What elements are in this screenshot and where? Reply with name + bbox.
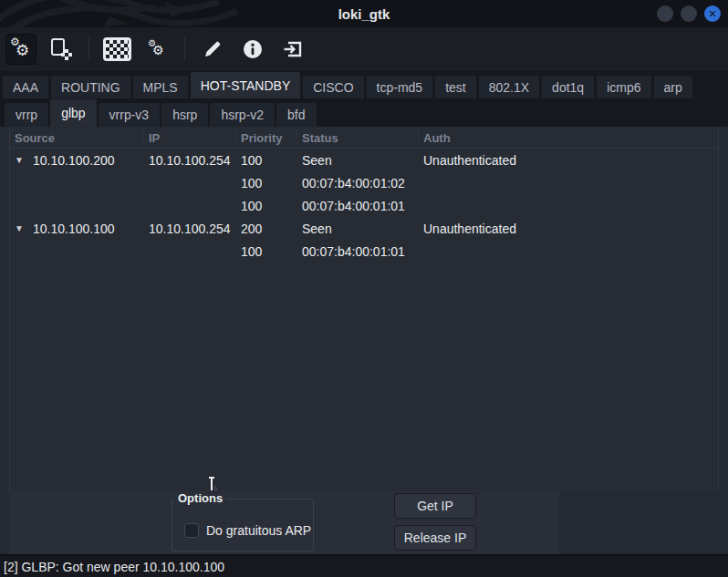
hot-standby-tabbar: vrrp glbp vrrp-v3 hsrp hsrp-v2 bfd [0, 98, 728, 127]
gears-icon: ⚙ ⚙ [9, 37, 33, 61]
column-header-auth[interactable]: Auth [419, 128, 718, 148]
tab-routing[interactable]: ROUTING [51, 76, 130, 98]
cell-ip [144, 194, 236, 217]
tab-tcp-md5[interactable]: tcp-md5 [367, 76, 433, 98]
cell-source: 10.10.100.200 [33, 153, 115, 168]
column-header-source[interactable]: Source [10, 128, 144, 148]
cell-ip [144, 240, 236, 263]
toolbar-separator [184, 37, 185, 61]
info-icon [242, 38, 264, 60]
cell-ip [144, 171, 236, 194]
tab-icmp6[interactable]: icmp6 [597, 76, 650, 98]
tab-dot1q[interactable]: dot1q [542, 76, 594, 98]
kali-dragon-decoration [0, 0, 292, 27]
cell-status: 00:07:b4:00:01:02 [297, 171, 419, 194]
table-row[interactable]: 100 00:07:b4:00:01:02 [10, 171, 718, 194]
tab-mpls[interactable]: MPLS [133, 76, 188, 98]
cell-auth [419, 171, 718, 194]
about-button[interactable] [237, 34, 268, 65]
cell-ip: 10.10.100.254 [144, 149, 236, 171]
exit-icon [282, 38, 304, 60]
gratuitous-arp-checkbox[interactable] [184, 523, 199, 538]
cell-status: Seen [297, 149, 419, 171]
tab-test[interactable]: test [435, 76, 476, 98]
glbp-page: Source IP Priority Status Auth ▼ 10.10.1… [0, 127, 728, 490]
protocol-tabbar: AAA ROUTING MPLS HOT-STANDBY CISCO tcp-m… [0, 71, 728, 98]
get-ip-button[interactable]: Get IP [394, 493, 476, 519]
cell-priority: 100 [236, 240, 297, 263]
statusbar: [2] GLBP: Got new peer 10.10.100.100 [0, 554, 728, 577]
cell-source: 10.10.100.100 [33, 222, 115, 236]
window-controls: ✕ [657, 0, 721, 27]
tab-bfd[interactable]: bfd [276, 103, 316, 127]
copy-button[interactable] [46, 34, 77, 65]
statusbar-message: [2] GLBP: Got new peer 10.10.100.100 [4, 560, 224, 574]
table-row[interactable]: ▼ 10.10.100.200 10.10.100.254 100 Seen U… [10, 149, 718, 171]
gratuitous-arp-label: Do gratuitous ARP [206, 523, 311, 538]
open-button[interactable] [101, 34, 132, 65]
quit-button[interactable] [277, 34, 308, 65]
tab-glbp[interactable]: glbp [50, 99, 96, 127]
tab-vrrp-v3[interactable]: vrrp-v3 [99, 103, 161, 127]
table-row[interactable]: 100 00:07:b4:00:01:01 [10, 240, 718, 263]
column-header-priority[interactable]: Priority [236, 128, 297, 148]
cell-auth [419, 194, 718, 217]
missing-copy-icon [50, 37, 72, 61]
tab-8021x[interactable]: 802.1X [479, 76, 539, 98]
minimize-button[interactable] [657, 5, 673, 22]
cell-auth: Unauthenticated [419, 217, 718, 240]
close-button[interactable]: ✕ [704, 5, 721, 22]
expander-icon[interactable]: ▼ [14, 223, 25, 233]
glbp-treeview[interactable]: Source IP Priority Status Auth ▼ 10.10.1… [9, 128, 719, 490]
maximize-button[interactable] [681, 5, 697, 22]
preferences-button[interactable]: ⚙ ⚙ [141, 34, 172, 65]
cell-ip: 10.10.100.254 [144, 217, 236, 240]
cell-priority: 100 [236, 194, 297, 217]
cell-priority: 100 [236, 171, 297, 194]
window-title: loki_gtk [338, 6, 390, 22]
release-ip-button[interactable]: Release IP [394, 525, 476, 551]
expander-icon[interactable]: ▼ [14, 155, 25, 165]
cell-auth [419, 240, 718, 263]
bottom-panel: Options Do gratuitous ARP Get IP Release… [0, 490, 728, 554]
pencil-icon [202, 38, 224, 60]
column-header-status[interactable]: Status [297, 128, 419, 148]
tab-arp[interactable]: arp [654, 76, 692, 98]
tab-aaa[interactable]: AAA [3, 76, 48, 98]
tab-hsrp[interactable]: hsrp [161, 103, 208, 127]
cell-status: 00:07:b4:00:01:01 [297, 194, 419, 217]
gratuitous-arp-row: Do gratuitous ARP [184, 523, 311, 538]
tab-hsrp-v2[interactable]: hsrp-v2 [210, 103, 275, 127]
missing-image-icon [103, 37, 131, 61]
run-button[interactable]: ⚙ ⚙ [5, 34, 36, 65]
titlebar[interactable]: loki_gtk ✕ [0, 0, 728, 27]
cell-priority: 200 [236, 217, 297, 240]
edit-button[interactable] [197, 34, 228, 65]
app-window: loki_gtk ✕ ⚙ ⚙ ⚙ ⚙ [0, 0, 728, 577]
options-frame-label: Options [174, 491, 226, 505]
toolbar: ⚙ ⚙ ⚙ ⚙ [0, 27, 728, 71]
cell-priority: 100 [236, 149, 297, 171]
gears-icon: ⚙ ⚙ [147, 39, 167, 59]
tab-vrrp[interactable]: vrrp [5, 103, 48, 127]
cell-auth: Unauthenticated [419, 149, 718, 171]
table-header: Source IP Priority Status Auth [10, 128, 718, 149]
tab-hot-standby[interactable]: HOT-STANDBY [191, 72, 301, 98]
cell-status: Seen [297, 217, 419, 240]
table-row[interactable]: 100 00:07:b4:00:01:01 [10, 194, 718, 217]
bottom-panel-inner: Options Do gratuitous ARP Get IP Release… [9, 490, 559, 554]
column-header-ip[interactable]: IP [144, 128, 236, 148]
tab-cisco[interactable]: CISCO [303, 76, 363, 98]
cell-status: 00:07:b4:00:01:01 [297, 240, 419, 263]
table-row[interactable]: ▼ 10.10.100.100 10.10.100.254 200 Seen U… [10, 217, 718, 240]
ip-action-buttons: Get IP Release IP [394, 493, 476, 551]
options-frame: Options Do gratuitous ARP [172, 499, 314, 551]
toolbar-separator [88, 37, 89, 61]
